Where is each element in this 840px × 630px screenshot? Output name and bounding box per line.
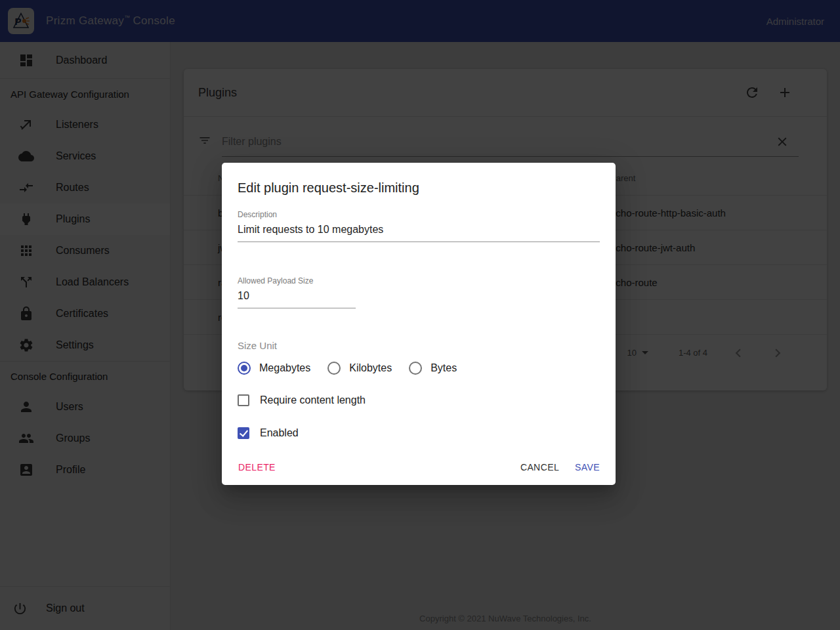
radio-label: Megabytes <box>259 362 310 374</box>
radio-selected-icon <box>238 362 251 375</box>
radio-megabytes[interactable]: Megabytes <box>238 362 310 375</box>
delete-button[interactable]: DELETE <box>230 456 284 478</box>
radio-unselected-icon <box>327 362 341 375</box>
checkbox-unchecked-icon <box>238 394 249 406</box>
description-input[interactable]: Limit requests to 10 megabytes <box>238 224 600 242</box>
size-unit-radio-group: Megabytes Kilobytes Bytes <box>238 362 600 375</box>
checkbox-label: Enabled <box>260 427 299 439</box>
dialog-actions: DELETE CANCEL SAVE <box>230 456 608 478</box>
checkbox-label: Require content length <box>260 394 366 406</box>
radio-kilobytes[interactable]: Kilobytes <box>327 362 392 375</box>
size-unit-label: Size Unit <box>238 340 600 351</box>
save-button[interactable]: SAVE <box>567 456 608 478</box>
radio-bytes[interactable]: Bytes <box>409 362 457 375</box>
radio-unselected-icon <box>409 362 422 375</box>
description-field: Description Limit requests to 10 megabyt… <box>238 210 600 242</box>
checkbox-checked-icon <box>238 427 249 439</box>
enabled-checkbox[interactable]: Enabled <box>238 427 600 439</box>
description-label: Description <box>238 210 600 219</box>
radio-label: Kilobytes <box>349 362 392 374</box>
edit-plugin-dialog: Edit plugin request-size-limiting Descri… <box>222 163 616 485</box>
cancel-button[interactable]: CANCEL <box>513 456 567 478</box>
require-content-length-checkbox[interactable]: Require content length <box>238 394 600 406</box>
payload-size-input[interactable]: 10 <box>238 290 356 308</box>
payload-size-label: Allowed Payload Size <box>238 276 356 285</box>
payload-size-field: Allowed Payload Size 10 <box>238 276 356 308</box>
radio-label: Bytes <box>430 362 457 374</box>
app-root: P Prizm Gateway™Console Administrator Da… <box>0 0 840 630</box>
dialog-title: Edit plugin request-size-limiting <box>238 178 600 197</box>
